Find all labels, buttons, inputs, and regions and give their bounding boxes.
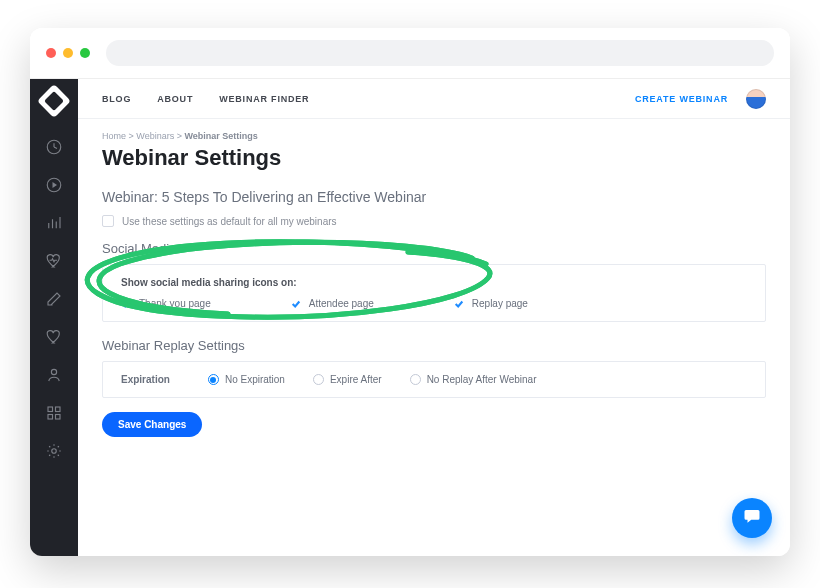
social-panel-label: Show social media sharing icons on: [121, 277, 747, 288]
nav-finder[interactable]: WEBINAR FINDER [219, 94, 309, 104]
social-option-attendee[interactable]: Attendee page [291, 298, 374, 309]
replay-panel: Expiration No Expiration Expire After No… [102, 361, 766, 398]
check-icon [454, 299, 464, 309]
browser-window: BLOG ABOUT WEBINAR FINDER CREATE WEBINAR… [30, 28, 790, 556]
replay-option-noreplay[interactable]: No Replay After Webinar [410, 374, 537, 385]
url-bar[interactable] [106, 40, 774, 66]
zoom-dot-icon[interactable] [80, 48, 90, 58]
nav-blog[interactable]: BLOG [102, 94, 131, 104]
user-icon[interactable] [44, 365, 64, 385]
webinar-subhead: Webinar: 5 Steps To Delivering an Effect… [102, 189, 766, 205]
radio-icon[interactable] [208, 374, 219, 385]
heart-icon[interactable] [44, 327, 64, 347]
close-dot-icon[interactable] [46, 48, 56, 58]
radio-icon[interactable] [410, 374, 421, 385]
edit-icon[interactable] [44, 289, 64, 309]
app-frame: BLOG ABOUT WEBINAR FINDER CREATE WEBINAR… [30, 78, 790, 556]
save-button[interactable]: Save Changes [102, 412, 202, 437]
browser-chrome [30, 28, 790, 78]
svg-point-7 [52, 449, 57, 454]
replay-option-label: No Replay After Webinar [427, 374, 537, 385]
breadcrumb-sep: > [129, 131, 134, 141]
chart-icon[interactable] [44, 213, 64, 233]
gear-icon[interactable] [44, 441, 64, 461]
breadcrumb-sep: > [177, 131, 182, 141]
svg-point-2 [51, 369, 56, 374]
social-section-label: Social Media [102, 241, 766, 256]
breadcrumb-webinars[interactable]: Webinars [136, 131, 174, 141]
social-option-replay[interactable]: Replay page [454, 298, 528, 309]
sidebar [30, 79, 78, 556]
window-controls [46, 48, 90, 58]
check-icon [121, 299, 131, 309]
create-webinar-link[interactable]: CREATE WEBINAR [635, 94, 728, 104]
dashboard-icon[interactable] [44, 137, 64, 157]
replay-option-label: Expire After [330, 374, 382, 385]
page-title: Webinar Settings [102, 145, 766, 171]
radio-icon[interactable] [313, 374, 324, 385]
expiration-label: Expiration [121, 374, 170, 385]
breadcrumb-home[interactable]: Home [102, 131, 126, 141]
social-option-label: Thank you page [139, 298, 211, 309]
replay-section-label: Webinar Replay Settings [102, 338, 766, 353]
replay-option-noexpiration[interactable]: No Expiration [208, 374, 285, 385]
social-panel: Show social media sharing icons on: Than… [102, 264, 766, 322]
minimize-dot-icon[interactable] [63, 48, 73, 58]
app-logo-icon[interactable] [37, 84, 71, 118]
grid-icon[interactable] [44, 403, 64, 423]
default-settings-checkbox[interactable] [102, 215, 114, 227]
default-settings-checkbox-row[interactable]: Use these settings as default for all my… [102, 215, 766, 227]
social-option-thankyou[interactable]: Thank you page [121, 298, 211, 309]
heart-rate-icon[interactable] [44, 251, 64, 271]
social-option-label: Replay page [472, 298, 528, 309]
avatar[interactable] [746, 89, 766, 109]
nav-about[interactable]: ABOUT [157, 94, 193, 104]
content-area: BLOG ABOUT WEBINAR FINDER CREATE WEBINAR… [78, 79, 790, 556]
replay-option-label: No Expiration [225, 374, 285, 385]
default-settings-label: Use these settings as default for all my… [122, 216, 337, 227]
top-nav: BLOG ABOUT WEBINAR FINDER CREATE WEBINAR [78, 79, 790, 119]
breadcrumb: Home > Webinars > Webinar Settings [102, 131, 766, 141]
svg-rect-5 [48, 415, 53, 420]
svg-rect-6 [56, 415, 61, 420]
svg-rect-3 [48, 407, 53, 412]
page-body: Home > Webinars > Webinar Settings Webin… [78, 119, 790, 461]
replay-option-expireafter[interactable]: Expire After [313, 374, 382, 385]
chat-icon [743, 507, 761, 529]
chat-fab[interactable] [732, 498, 772, 538]
social-option-label: Attendee page [309, 298, 374, 309]
play-icon[interactable] [44, 175, 64, 195]
svg-rect-4 [56, 407, 61, 412]
check-icon [291, 299, 301, 309]
breadcrumb-current: Webinar Settings [184, 131, 257, 141]
